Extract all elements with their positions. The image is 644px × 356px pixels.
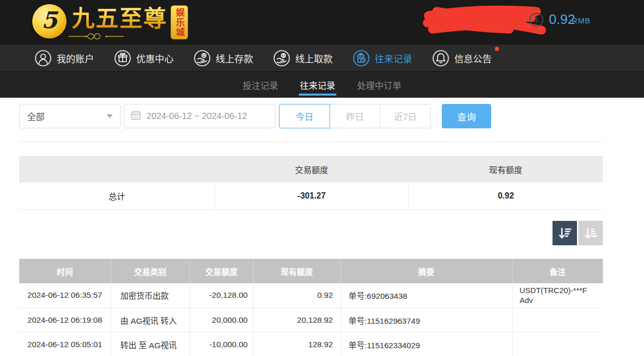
cell-note: USDT(TRC20)-***F Adv [512,283,603,308]
sort-ascending-button[interactable] [579,221,603,245]
col-header-amount: 交易额度 [190,259,253,283]
logo-emblem-text: 5 [42,7,58,33]
table-row: 2024-06-12 05:05:01 转出 至 AG视讯 -10,000.00… [19,332,603,356]
cell-amount: -10,000.00 [190,332,253,356]
tab-processing-orders[interactable]: 处理中订单 [356,72,402,98]
sort-controls [553,221,603,245]
col-header-summary: 摘要 [340,259,512,283]
records-header-row: 时间 交易类别 交易额度 现有额度 摘要 备注 [19,259,603,283]
svg-text:$: $ [282,54,284,57]
record-tabs: 投注记录 往来记录 处理中订单 [0,72,644,98]
content-area: 全部 2024-06-12 ~ 2024-06-12 今日 昨日 近7日 查询 [0,98,644,356]
cell-time: 2024-06-12 05:05:01 [19,332,111,356]
bell-icon [432,49,450,67]
cell-amount: 20,000.00 [190,308,253,332]
refresh-balance-icon[interactable]: $ [529,12,544,30]
nav-item-deposit[interactable]: ¥ 线上存款 [193,49,253,67]
nav-item-promotions[interactable]: 优惠中心 [114,49,174,67]
main-nav: 我的账户 优惠中心 ¥ [0,45,644,72]
range-button-last7days[interactable]: 近7日 [380,104,431,128]
top-header: 5 九五至尊 娱乐城 $ [0,0,644,45]
date-range-picker[interactable]: 2024-06-12 ~ 2024-06-12 [124,104,275,128]
nav-item-my-account[interactable]: 我的账户 [34,49,94,67]
cell-time: 2024-06-12 06:35:57 [19,283,111,308]
logo-emblem-icon: 5 [32,4,67,38]
records-clipboard-icon [352,49,370,67]
cell-balance: 0.92 [253,283,340,308]
col-header-balance: 现有额度 [253,259,340,283]
range-button-today[interactable]: 今日 [279,104,330,128]
cell-type: 由 AG视讯 转入 [111,308,190,332]
summary-total-current-balance: 0.92 [409,182,603,209]
search-button[interactable]: 查询 [442,104,491,128]
cell-note [512,308,603,332]
date-range-value: 2024-06-12 ~ 2024-06-12 [147,111,247,122]
sort-descending-button[interactable] [553,221,577,245]
summary-table: 交易额度 现有额度 总计 -301.27 0.92 [19,156,603,210]
nav-item-label: 我的账户 [57,51,94,65]
balance-currency: RMB [572,16,590,25]
cell-balance: 20,128.92 [253,308,340,332]
cell-summary: 单号:115162963749 [340,308,512,332]
summary-total-row: 总计 -301.27 0.92 [19,182,603,209]
cell-type: 转出 至 AG视讯 [111,332,190,356]
range-button-yesterday[interactable]: 昨日 [330,104,380,128]
summary-col-empty [19,156,215,182]
withdraw-hand-coin-icon: $ [273,49,291,67]
nav-item-label: 线上取款 [295,51,333,65]
nav-item-label: 往来记录 [375,51,412,65]
records-table: 时间 交易类别 交易额度 现有额度 摘要 备注 2024-06-12 06:35… [19,259,603,356]
redaction-scribble [421,4,546,36]
summary-total-transaction-amount: -301.27 [215,182,409,209]
table-row: 2024-06-12 06:35:57 加密货币出款 -20,128.00 0.… [19,283,603,308]
nav-item-label: 优惠中心 [136,51,174,65]
svg-text:$: $ [534,16,538,24]
col-header-time: 时间 [19,259,111,283]
user-icon [34,49,52,67]
transaction-records-page: 5 九五至尊 娱乐城 $ [0,0,644,356]
nav-item-withdraw[interactable]: $ 线上取款 [273,49,333,67]
summary-col-transaction-amount: 交易额度 [215,156,409,182]
calendar-icon [130,110,141,123]
col-header-note: 备注 [512,259,603,283]
gift-icon [114,49,132,67]
chevron-down-icon [107,114,113,118]
deposit-hand-coin-icon: ¥ [193,49,211,67]
nav-item-transaction-records[interactable]: 往来记录 [352,49,412,67]
sort-ascending-icon [584,226,598,241]
logo-flourish-icon [68,32,125,41]
table-row: 2024-06-12 06:19:08 由 AG视讯 转入 20,000.00 … [19,308,603,332]
summary-col-current-balance: 现有额度 [409,156,603,182]
cell-note [512,332,603,356]
tab-transaction-records[interactable]: 往来记录 [299,72,336,98]
sort-descending-icon [558,226,572,241]
summary-total-label: 总计 [19,182,215,209]
col-header-type: 交易类别 [111,259,190,283]
cell-amount: -20,128.00 [190,283,253,308]
cell-summary: 单号:692063438 [340,283,512,308]
svg-text:¥: ¥ [203,54,205,57]
tab-betting-records[interactable]: 投注记录 [242,72,279,98]
nav-item-label: 信息公告 [454,51,492,65]
cell-summary: 单号:115162334029 [340,332,512,356]
cell-balance: 128.92 [253,332,340,356]
quick-range-group: 今日 昨日 近7日 [279,104,431,128]
notification-dot [495,47,499,51]
nav-item-announcements[interactable]: 信息公告 [432,49,492,67]
cell-time: 2024-06-12 06:19:08 [19,308,111,332]
summary-header-row: 交易额度 现有额度 [19,156,603,182]
section-divider [19,141,603,142]
nav-item-label: 线上存款 [216,51,253,65]
type-filter-select[interactable]: 全部 [19,104,121,128]
cell-type: 加密货币出款 [111,283,190,308]
logo-badge: 娱乐城 [170,5,188,39]
logo-title: 九五至尊 [72,4,167,30]
type-filter-value: 全部 [27,110,45,123]
